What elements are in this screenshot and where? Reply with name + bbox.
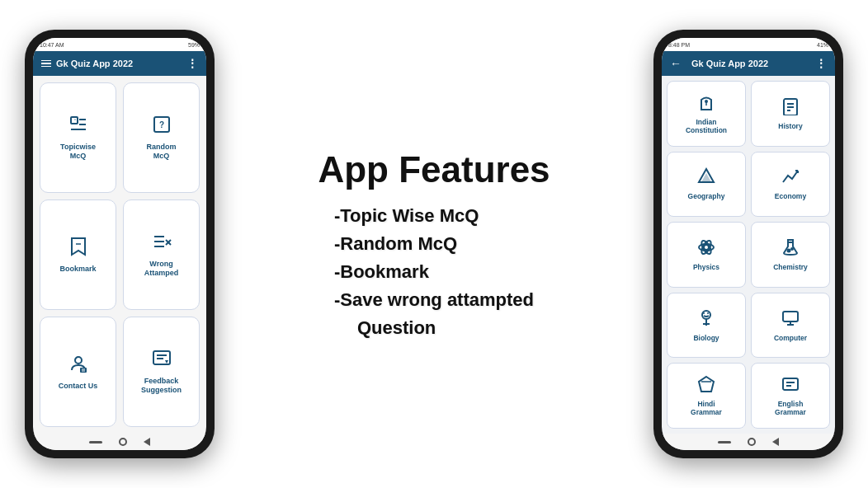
- random-label: RandomMcQ: [147, 143, 177, 161]
- topicwise-label: TopicwiseMcQ: [60, 143, 96, 161]
- left-phone-content: TopicwiseMcQ ? RandomMcQ: [33, 76, 206, 434]
- computer-icon: [781, 309, 800, 331]
- right-status-bar: 8:48 PM 41%: [662, 38, 835, 51]
- economy-icon: [781, 167, 800, 190]
- physics-label: Physics: [693, 263, 719, 271]
- geography-label: Geography: [688, 192, 725, 200]
- topic-card-biology[interactable]: Biology: [667, 293, 746, 359]
- menu-card-feedback[interactable]: FeedbackSuggestion: [123, 317, 200, 427]
- contact-icon: [68, 354, 88, 378]
- hamburger-icon[interactable]: [41, 60, 51, 68]
- right-phone-screen: 8:48 PM 41% ← Gk Quiz App 2022 ⋮ Indi: [662, 38, 835, 450]
- left-battery: 59%: [188, 42, 200, 48]
- left-phone: 10:47 AM 59% Gk Quiz App 2022 ⋮: [25, 30, 215, 458]
- contact-label: Contact Us: [59, 382, 98, 391]
- left-phone-header: Gk Quiz App 2022 ⋮: [33, 51, 206, 76]
- feedback-icon: [152, 349, 172, 373]
- svg-point-38: [707, 312, 709, 314]
- hindi-grammar-label: HindiGrammar: [691, 400, 722, 416]
- topic-card-computer[interactable]: Computer: [751, 293, 830, 359]
- topic-card-physics[interactable]: Physics: [667, 222, 746, 288]
- feature-1: -Topic Wise McQ: [334, 205, 534, 227]
- left-phone-screen: 10:47 AM 59% Gk Quiz App 2022 ⋮: [33, 38, 206, 450]
- feedback-label: FeedbackSuggestion: [141, 377, 182, 395]
- three-dot-menu-left[interactable]: ⋮: [186, 57, 198, 70]
- right-battery: 41%: [817, 42, 828, 48]
- svg-point-12: [75, 357, 82, 364]
- history-icon: [781, 97, 800, 120]
- svg-text:?: ?: [159, 120, 164, 129]
- svg-rect-0: [71, 117, 78, 124]
- topic-card-geography[interactable]: Geography: [667, 152, 746, 218]
- svg-rect-41: [783, 312, 798, 321]
- topic-card-chemistry[interactable]: Chemistry: [751, 222, 830, 288]
- english-grammar-label: EnglishGrammar: [775, 400, 806, 416]
- bookmark-label: Bookmark: [59, 265, 96, 274]
- left-app-title: Gk Quiz App 2022: [56, 59, 133, 68]
- feature-4: -Save wrong attampted: [334, 289, 534, 311]
- left-bottom-bar: [33, 434, 206, 450]
- indian-constitution-label: IndianConstitution: [686, 118, 727, 134]
- biology-icon: [697, 309, 715, 331]
- right-app-title: Gk Quiz App 2022: [691, 59, 768, 68]
- back-arrow-icon[interactable]: ←: [670, 57, 682, 70]
- right-back-btn[interactable]: [748, 438, 756, 446]
- right-header-left: ← Gk Quiz App 2022: [670, 57, 768, 70]
- left-time: 10:47 AM: [40, 42, 64, 48]
- svg-point-34: [788, 249, 790, 251]
- topicwise-icon: [68, 115, 88, 139]
- topic-card-hindi-grammar[interactable]: HindiGrammar: [667, 363, 746, 429]
- menu-card-topicwise[interactable]: TopicwiseMcQ: [40, 82, 116, 193]
- physics-icon: [697, 238, 715, 260]
- wrong-icon: [152, 232, 172, 256]
- right-bottom-bar: [662, 434, 835, 450]
- biology-label: Biology: [693, 334, 719, 342]
- svg-rect-45: [783, 378, 798, 390]
- features-list: -Topic Wise McQ -Random McQ -Bookmark -S…: [334, 205, 534, 339]
- menu-card-contact[interactable]: Contact Us: [40, 317, 116, 427]
- random-icon: ?: [152, 115, 172, 139]
- back-btn[interactable]: [119, 438, 127, 446]
- right-phone: 8:48 PM 41% ← Gk Quiz App 2022 ⋮ Indi: [653, 30, 843, 458]
- svg-rect-13: [80, 368, 87, 373]
- right-time: 8:48 PM: [668, 42, 690, 48]
- menu-card-bookmark[interactable]: Bookmark: [40, 199, 116, 310]
- topic-card-english-grammar[interactable]: EnglishGrammar: [751, 363, 830, 429]
- menu-card-random[interactable]: ? RandomMcQ: [123, 82, 200, 193]
- recent-btn[interactable]: [144, 438, 150, 446]
- svg-point-37: [703, 312, 705, 314]
- right-recent-btn[interactable]: [772, 438, 779, 446]
- topic-card-indian-constitution[interactable]: IndianConstitution: [667, 81, 746, 147]
- left-header-left: Gk Quiz App 2022: [41, 59, 133, 68]
- topic-card-economy[interactable]: Economy: [751, 152, 830, 218]
- menu-card-wrong[interactable]: WrongAttamped: [123, 199, 200, 310]
- feature-3: -Bookmark: [334, 261, 534, 283]
- right-phone-header: ← Gk Quiz App 2022 ⋮: [662, 51, 835, 76]
- indian-constitution-icon: [697, 93, 715, 115]
- svg-point-29: [704, 245, 709, 250]
- computer-label: Computer: [774, 334, 807, 342]
- right-home-btn[interactable]: [718, 441, 731, 443]
- topic-card-history[interactable]: History: [751, 81, 830, 147]
- feature-2: -Random McQ: [334, 233, 534, 255]
- geography-icon: [697, 167, 715, 190]
- three-dot-menu-right[interactable]: ⋮: [815, 57, 827, 70]
- english-grammar-icon: [781, 375, 800, 397]
- bookmark-icon: [69, 237, 87, 261]
- svg-point-36: [702, 311, 710, 319]
- wrong-label: WrongAttamped: [144, 260, 179, 278]
- chemistry-icon: [781, 238, 800, 260]
- home-btn[interactable]: [89, 441, 102, 443]
- left-status-bar: 10:47 AM 59%: [33, 38, 206, 51]
- center-section: App Features -Topic Wise McQ -Random McQ…: [215, 149, 653, 339]
- svg-point-35: [791, 248, 793, 250]
- chemistry-label: Chemistry: [773, 263, 808, 271]
- feature-5: Question: [334, 317, 534, 339]
- right-phone-content: IndianConstitution History: [662, 76, 835, 434]
- history-label: History: [778, 122, 802, 130]
- hindi-grammar-icon: [697, 375, 715, 397]
- app-features-title: App Features: [318, 149, 550, 190]
- economy-label: Economy: [775, 192, 806, 200]
